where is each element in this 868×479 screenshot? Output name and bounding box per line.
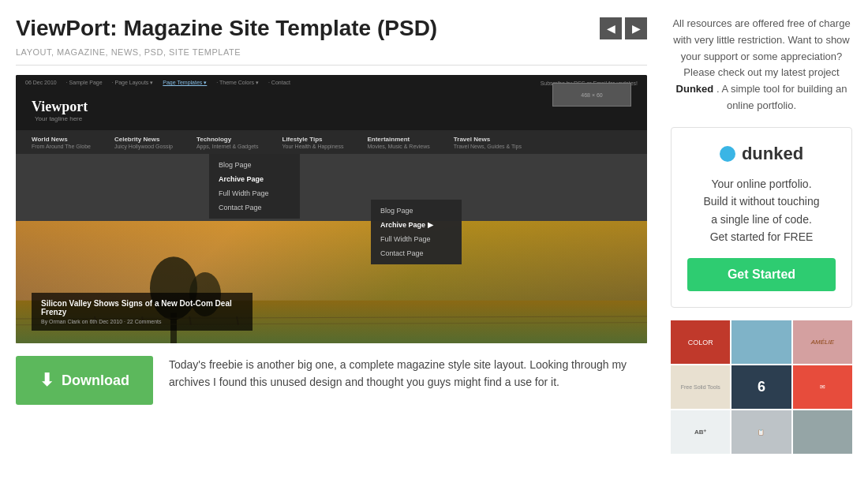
nav-celebrity-label: Celebrity News xyxy=(114,136,173,143)
header-divider xyxy=(16,65,647,65)
hero-byline: By Orman Clark on 6th Dec 2010 · 22 Comm… xyxy=(41,319,243,324)
download-section: ⬇ Download Today's freebie is another bi… xyxy=(16,356,647,405)
nav-world-news-sub: From Around The Globe xyxy=(32,144,91,149)
top-bar-contact: · Contact xyxy=(268,80,290,86)
nav-technology-label: Technology xyxy=(196,136,259,143)
viewport-tagline: Your tagline here xyxy=(35,115,88,122)
next-arrow[interactable]: ▶ xyxy=(625,17,647,39)
gallery-cell-2 xyxy=(731,320,791,364)
gallery-cell-6: ✉ xyxy=(793,365,852,409)
download-label: Download xyxy=(62,372,129,389)
nav-tech-sub: Apps, Internet & Gadgets xyxy=(196,144,259,149)
top-bar-templates: Page Templates ▾ xyxy=(163,80,207,86)
dunked-project-name: Dunked xyxy=(676,83,714,95)
nav-arrows: ◀ ▶ xyxy=(600,17,647,39)
gallery-cell-5: 6 xyxy=(731,365,791,409)
hero-text-box: Silicon Valley Shows Signs of a New Dot-… xyxy=(32,293,253,331)
banner-ad: 468 × 60 xyxy=(552,83,631,107)
dd2-blog: Blog Page xyxy=(371,204,462,218)
dunked-name: dunked xyxy=(742,144,803,164)
top-bar-date: 06 Dec 2010 xyxy=(25,80,57,86)
nav-celebrity-sub: Juicy Hollywood Gossip xyxy=(114,144,173,149)
sidebar-gallery: COLOR AMÉLIE Free Solid Tools 6 ✉ AB⁺ 📋 xyxy=(671,320,852,454)
nav-world-news: World News From Around The Globe xyxy=(32,136,91,149)
viewport-hero: Silicon Valley Shows Signs of a New Dot-… xyxy=(16,221,647,343)
gallery-cell-7: AB⁺ xyxy=(671,410,730,454)
page-title: ViewPort: Magazine Site Template (PSD) xyxy=(16,16,437,41)
get-started-button[interactable]: Get Started xyxy=(687,258,836,291)
sidebar: All resources are offered free of charge… xyxy=(671,16,852,454)
download-icon: ⬇ xyxy=(39,370,54,391)
dunked-dot-icon xyxy=(720,146,735,162)
promo-text-before: All resources are offered free of charge… xyxy=(672,17,850,78)
nav-entertainment-label: Entertainment xyxy=(367,136,429,143)
nav-lifestyle-sub: Your Health & Happiness xyxy=(282,144,344,149)
viewport-nav: World News From Around The Globe Celebri… xyxy=(16,130,647,154)
description-text: Today's freebie is another big one, a co… xyxy=(169,356,647,391)
viewport-site-header: Viewport Your tagline here 468 × 60 xyxy=(16,91,647,130)
dd1-archive: Archive Page xyxy=(209,172,300,186)
download-button[interactable]: ⬇ Download xyxy=(16,356,153,405)
nav-travel-label: Travel News xyxy=(454,136,522,143)
gallery-cell-3: AMÉLIE xyxy=(793,320,852,364)
nav-world-news-label: World News xyxy=(32,136,91,143)
dd2-archive: Archive Page ▶ xyxy=(371,218,462,232)
browser-mockup: 06 Dec 2010 · Sample Page · Page Layouts… xyxy=(16,75,647,343)
nav-travel: Travel News Travel News, Guides & Tips xyxy=(454,136,522,149)
dd2-contact: Contact Page xyxy=(371,246,462,260)
top-bar-colors: · Theme Colors ▾ xyxy=(216,80,259,86)
gallery-cell-1: COLOR xyxy=(671,320,730,364)
promo-text-after: . A simple tool for building an online p… xyxy=(716,83,847,111)
top-bar-sample: · Sample Page xyxy=(66,80,103,86)
viewport-content-area: Blog Page Archive Page Full Width Page C… xyxy=(16,154,647,343)
nav-entertainment: Entertainment Movies, Music & Reviews xyxy=(367,136,429,149)
nav-travel-sub: Travel News, Guides & Tips xyxy=(454,144,522,149)
main-content: ViewPort: Magazine Site Template (PSD) ◀… xyxy=(16,16,647,454)
dropdown-menu-2: Blog Page Archive Page ▶ Full Width Page… xyxy=(371,200,462,264)
nav-lifestyle: Lifestyle Tips Your Health & Happiness xyxy=(282,136,344,149)
dd1-contact: Contact Page xyxy=(209,200,300,215)
dd2-fullwidth: Full Width Page xyxy=(371,232,462,246)
hero-title: Silicon Valley Shows Signs of a New Dot-… xyxy=(41,299,243,316)
top-bar-links: 06 Dec 2010 · Sample Page · Page Layouts… xyxy=(25,80,290,86)
page-header: ViewPort: Magazine Site Template (PSD) ◀… xyxy=(16,16,647,41)
prev-arrow[interactable]: ◀ xyxy=(600,17,622,39)
nav-lifestyle-label: Lifestyle Tips xyxy=(282,136,344,143)
preview-image: 06 Dec 2010 · Sample Page · Page Layouts… xyxy=(16,75,647,343)
tags: LAYOUT, MAGAZINE, NEWS, PSD, SITE TEMPLA… xyxy=(16,47,647,57)
dunked-tagline: Your online portfolio. Build it without … xyxy=(687,175,836,246)
dd1-blog: Blog Page xyxy=(209,158,300,172)
top-bar-layouts: · Page Layouts ▾ xyxy=(112,80,154,86)
gallery-cell-9 xyxy=(793,410,852,454)
nav-celebrity: Celebrity News Juicy Hollywood Gossip xyxy=(114,136,173,149)
sidebar-promo: All resources are offered free of charge… xyxy=(671,16,852,114)
dunked-logo: dunked xyxy=(687,144,836,164)
dropdown-menu-1: Blog Page Archive Page Full Width Page C… xyxy=(209,154,300,219)
dunked-card: dunked Your online portfolio. Build it w… xyxy=(671,127,852,309)
gallery-cell-4: Free Solid Tools xyxy=(671,365,730,409)
dd1-fullwidth: Full Width Page xyxy=(209,186,300,200)
nav-technology: Technology Apps, Internet & Gadgets xyxy=(196,136,259,149)
gallery-cell-8: 📋 xyxy=(731,410,791,454)
page-container: ViewPort: Magazine Site Template (PSD) ◀… xyxy=(0,0,868,454)
viewport-logo-area: Viewport Your tagline here xyxy=(32,99,88,122)
nav-entertainment-sub: Movies, Music & Reviews xyxy=(367,144,429,149)
viewport-logo: Viewport xyxy=(32,99,88,115)
